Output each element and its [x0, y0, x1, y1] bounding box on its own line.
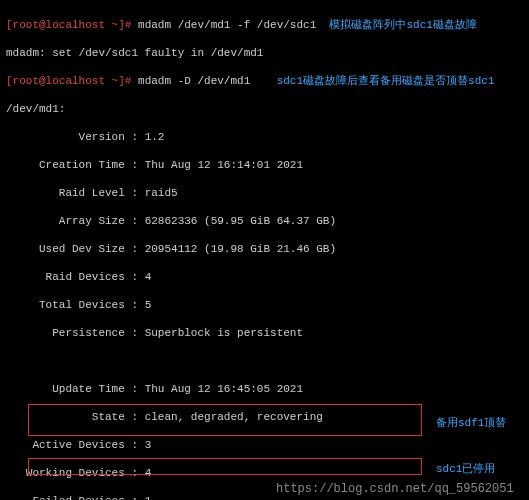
terminal: [root@localhost ~]# mdadm /dev/md1 -f /d…: [0, 0, 529, 500]
highlight-box-rebuild: [28, 404, 422, 436]
blank: [6, 354, 523, 368]
annotation-1: 模拟磁盘阵列中sdc1磁盘故障: [329, 19, 476, 31]
prompt-hash: #: [125, 75, 132, 87]
device-header: /dev/md1:: [6, 102, 523, 116]
annotation-2: sdc1磁盘故障后查看备用磁盘是否顶替sdc1: [277, 75, 495, 87]
annotation-3: 备用sdf1顶替: [436, 416, 506, 430]
prompt-hash: #: [125, 19, 132, 31]
kv-usize: Used Dev Size : 20954112 (19.98 GiB 21.4…: [6, 242, 523, 256]
cmd1: mdadm /dev/md1 -f /dev/sdc1: [138, 19, 316, 31]
line-cmd2: [root@localhost ~]# mdadm -D /dev/md1 sd…: [6, 74, 523, 88]
out1: mdadm: set /dev/sdc1 faulty in /dev/md1: [6, 46, 523, 60]
kv-rdev: Raid Devices : 4: [6, 270, 523, 284]
kv-tdev: Total Devices : 5: [6, 298, 523, 312]
annotation-4: sdc1已停用: [436, 462, 495, 476]
kv-adev: Active Devices : 3: [6, 438, 523, 452]
kv-utime: Update Time : Thu Aug 12 16:45:05 2021: [6, 382, 523, 396]
cmd2: mdadm -D /dev/md1: [138, 75, 250, 87]
kv-rlevel: Raid Level : raid5: [6, 186, 523, 200]
kv-asize: Array Size : 62862336 (59.95 GiB 64.37 G…: [6, 214, 523, 228]
kv-ctime: Creation Time : Thu Aug 12 16:14:01 2021: [6, 158, 523, 172]
kv-version: Version : 1.2: [6, 130, 523, 144]
kv-pers: Persistence : Superblock is persistent: [6, 326, 523, 340]
prompt-userhost: [root@localhost ~]: [6, 19, 125, 31]
line-cmd1: [root@localhost ~]# mdadm /dev/md1 -f /d…: [6, 18, 523, 32]
watermark: https://blog.csdn.net/qq_59562051: [276, 482, 514, 496]
highlight-box-faulty: [28, 458, 422, 475]
prompt-userhost: [root@localhost ~]: [6, 75, 125, 87]
